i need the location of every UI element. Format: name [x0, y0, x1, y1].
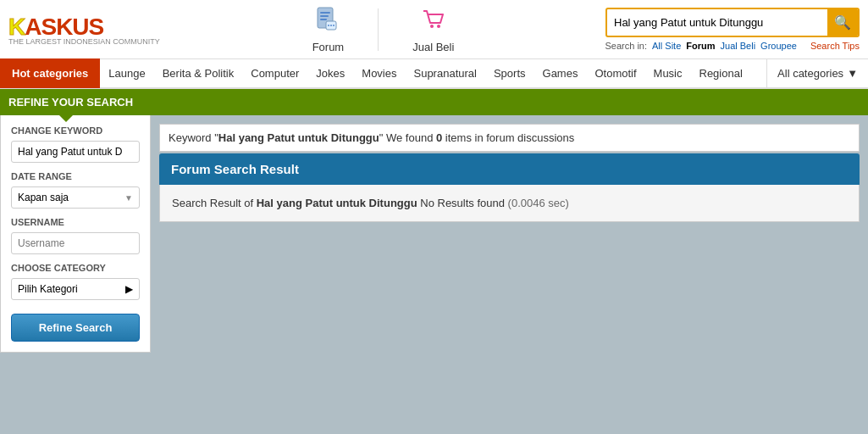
- svg-point-6: [330, 25, 332, 26]
- svg-point-5: [328, 25, 329, 26]
- search-forum-link[interactable]: Forum: [686, 41, 715, 51]
- refine-bar-title: REFINE YOUR SEARCH: [8, 96, 133, 108]
- header: KASKUS THE LARGEST INDONESIAN COMMUNITY …: [0, 0, 868, 59]
- search-tips-link[interactable]: Search Tips: [810, 41, 860, 51]
- search-groupee-link[interactable]: Groupee: [760, 41, 797, 51]
- keyword-input[interactable]: [11, 141, 140, 163]
- cat-item-games[interactable]: Games: [534, 58, 587, 88]
- cat-item-computer[interactable]: Computer: [242, 58, 307, 88]
- cat-item-movies[interactable]: Movies: [353, 58, 405, 88]
- forum-search-result-body: Search Result of Hal yang Patut untuk Di…: [159, 185, 860, 222]
- category-placeholder: Pilih Kategori: [18, 283, 78, 295]
- forum-label: Forum: [312, 41, 345, 53]
- nav-center: Forum Jual Beli: [178, 3, 589, 57]
- forum-nav-btn[interactable]: Forum: [279, 3, 379, 57]
- keyword-prefix: Keyword ": [169, 131, 218, 144]
- keyword-label: CHANGE KEYWORD: [11, 125, 140, 136]
- category-items: Launge Berita & Politik Computer Jokes M…: [100, 58, 766, 88]
- search-all-site-link[interactable]: All Site: [652, 41, 681, 51]
- cat-item-otomotif[interactable]: Otomotif: [586, 58, 644, 88]
- jualbeli-label: Jual Beli: [412, 41, 454, 53]
- forum-search-result-title: Forum Search Result: [159, 153, 860, 185]
- category-label: CHOOSE CATEGORY: [11, 263, 140, 273]
- search-area: 🔍 Search in: All Site Forum Jual Beli Gr…: [589, 8, 860, 51]
- main-content: CHANGE KEYWORD DATE RANGE Kapan saja Har…: [0, 115, 868, 353]
- svg-point-9: [437, 25, 440, 28]
- svg-rect-3: [320, 19, 327, 20]
- refine-bar: REFINE YOUR SEARCH: [0, 89, 868, 115]
- cat-item-supranatural[interactable]: Supranatural: [405, 58, 484, 88]
- result-time: (0.0046 sec): [508, 197, 569, 209]
- search-button[interactable]: 🔍: [827, 9, 858, 36]
- jualbeli-icon: [420, 6, 447, 39]
- username-input[interactable]: [11, 232, 140, 254]
- svg-rect-2: [320, 15, 329, 17]
- cat-item-launge[interactable]: Launge: [100, 58, 153, 88]
- cat-item-music[interactable]: Music: [645, 58, 691, 88]
- no-results-text: Search Result of Hal yang Patut untuk Di…: [172, 197, 569, 209]
- search-input[interactable]: [607, 11, 827, 34]
- date-range-select[interactable]: Kapan saja Hari ini Minggu ini Bulan ini…: [11, 186, 140, 209]
- keyword-suffix: " We found: [379, 131, 436, 144]
- search-box: 🔍: [605, 8, 860, 37]
- logo-subtitle: THE LARGEST INDONESIAN COMMUNITY: [8, 37, 178, 46]
- hot-categories-btn[interactable]: Hot categories: [0, 58, 100, 88]
- count-suffix: items in forum discussions: [442, 131, 574, 144]
- search-jualbeli-link[interactable]: Jual Beli: [721, 41, 756, 51]
- cat-item-berita[interactable]: Berita & Politik: [154, 58, 243, 88]
- refine-search-button[interactable]: Refine Search: [11, 314, 140, 342]
- category-chevron-icon: ▶: [125, 283, 133, 295]
- cat-item-jokes[interactable]: Jokes: [307, 58, 353, 88]
- svg-point-8: [430, 25, 434, 28]
- category-select[interactable]: Pilih Kategori ▶: [11, 278, 140, 300]
- result-keyword: Hal yang Patut untuk Ditunggu: [218, 131, 379, 144]
- username-label: USERNAME: [11, 217, 140, 227]
- no-results-suffix: No Results found: [417, 197, 508, 209]
- svg-rect-1: [320, 12, 330, 14]
- logo-area: KASKUS THE LARGEST INDONESIAN COMMUNITY: [8, 14, 178, 46]
- all-categories-chevron-icon: ▼: [847, 67, 858, 80]
- no-results-prefix: Search Result of: [172, 197, 257, 209]
- category-nav: Hot categories Launge Berita & Politik C…: [0, 59, 868, 89]
- date-range-label: DATE RANGE: [11, 171, 140, 181]
- forum-icon: [314, 6, 341, 39]
- all-categories-label: All categories: [777, 67, 843, 80]
- svg-point-7: [333, 25, 334, 26]
- search-in-label: Search in:: [605, 41, 648, 51]
- result-header: Keyword "Hal yang Patut untuk Ditunggu" …: [159, 124, 860, 152]
- jualbeli-nav-btn[interactable]: Jual Beli: [379, 3, 488, 57]
- cat-item-sports[interactable]: Sports: [485, 58, 534, 88]
- date-range-wrapper: Kapan saja Hari ini Minggu ini Bulan ini…: [11, 186, 140, 209]
- search-in-row: Search in: All Site Forum Jual Beli Grou…: [605, 41, 860, 51]
- all-categories-btn[interactable]: All categories ▼: [766, 58, 868, 88]
- logo-askus: ASKUS: [25, 14, 103, 40]
- logo-k: K: [8, 14, 25, 40]
- no-results-keyword: Hal yang Patut untuk Ditunggu: [257, 197, 417, 209]
- cat-item-regional[interactable]: Regional: [691, 58, 751, 88]
- content-area: Keyword "Hal yang Patut untuk Ditunggu" …: [151, 115, 868, 353]
- sidebar: CHANGE KEYWORD DATE RANGE Kapan saja Har…: [0, 115, 151, 353]
